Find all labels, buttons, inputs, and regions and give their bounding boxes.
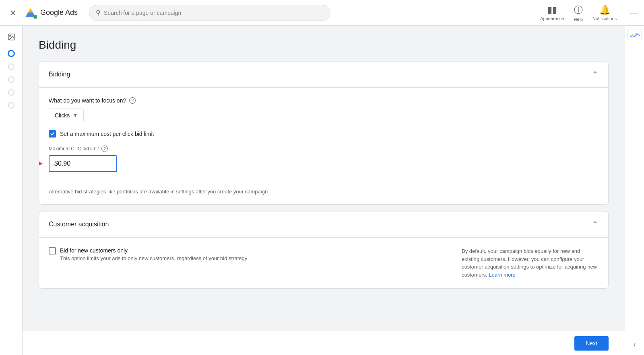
- max-cpc-checkbox-label: Set a maximum cost per click bid limit: [60, 131, 154, 137]
- arrow-svg: [39, 154, 43, 174]
- bidding-card-title: Bidding: [49, 71, 70, 78]
- sidebar-step-5[interactable]: [8, 102, 14, 109]
- bidding-card-body: What do you want to focus on? ? Clicks ▼…: [39, 88, 608, 204]
- clicks-label: Clicks: [55, 112, 70, 119]
- sidebar-step-2[interactable]: [8, 64, 14, 70]
- ca-main-label: Bid for new customers only: [60, 247, 247, 254]
- focus-question: What do you want to focus on? ?: [49, 97, 599, 104]
- notifications-label: Notifications: [592, 16, 617, 21]
- ca-card-header: Customer acquisition ⌃: [39, 211, 608, 238]
- bid-input-wrap[interactable]: [49, 155, 117, 172]
- help-label: Help: [574, 17, 583, 22]
- bid-help-icon[interactable]: ?: [101, 146, 108, 152]
- ca-card-title: Customer acquisition: [49, 221, 109, 228]
- right-chevron-icon[interactable]: ‹: [634, 340, 636, 349]
- search-input[interactable]: [104, 10, 324, 16]
- right-sidebar: ‹: [625, 26, 644, 355]
- svg-point-3: [9, 35, 10, 37]
- red-arrow: [39, 154, 43, 174]
- ca-checkbox[interactable]: [49, 247, 56, 254]
- thumbnail-preview[interactable]: [627, 29, 642, 40]
- learn-more-link[interactable]: Learn more: [489, 272, 515, 278]
- thumbnail-chart: [629, 31, 640, 39]
- sidebar-step-4[interactable]: [8, 89, 14, 96]
- max-cpc-checkbox-row: Set a maximum cost per click bid limit: [49, 130, 599, 137]
- bidding-card: Bidding ⌃ What do you want to focus on? …: [39, 61, 609, 205]
- topbar: ✕ Google Ads ⚲ ▮▮ Appearance ⓘ Help 🔔 No…: [0, 0, 644, 26]
- ca-sub-label: This option limits your ads to only new …: [60, 255, 247, 261]
- help-icon: ⓘ: [574, 4, 583, 16]
- page-title: Bidding: [39, 39, 609, 51]
- ca-checkbox-row: Bid for new customers only This option l…: [49, 247, 449, 261]
- ca-card-body: Bid for new customers only This option l…: [39, 238, 608, 288]
- ca-checkbox-text: Bid for new customers only This option l…: [60, 247, 247, 261]
- bid-input-container: [49, 155, 117, 172]
- next-button[interactable]: Next: [574, 336, 609, 351]
- appearance-button[interactable]: ▮▮ Appearance: [540, 5, 564, 21]
- bottom-bar: Next: [23, 331, 625, 355]
- logo-icon: [24, 6, 37, 19]
- bid-limit-label: Maximum CPC bid limit ?: [49, 146, 599, 152]
- search-bar[interactable]: ⚲: [89, 5, 330, 21]
- sidebar-icon-image[interactable]: [3, 29, 19, 45]
- sidebar-step-3[interactable]: [8, 76, 14, 83]
- notifications-icon: 🔔: [599, 5, 610, 15]
- main-content: Bidding Bidding ⌃ What do you want to fo…: [23, 26, 625, 355]
- sidebar: [0, 26, 23, 355]
- max-cpc-checkbox[interactable]: [49, 130, 56, 137]
- app-title: Google Ads: [40, 8, 78, 17]
- focus-help-icon[interactable]: ?: [129, 97, 136, 104]
- topbar-actions: ▮▮ Appearance ⓘ Help 🔔 Notifications —: [540, 4, 638, 22]
- ca-chevron-icon[interactable]: ⌃: [592, 220, 599, 229]
- appearance-icon: ▮▮: [547, 5, 557, 15]
- alternative-text: Alternative bid strategies like portfoli…: [49, 182, 599, 195]
- app-logo: Google Ads: [24, 6, 78, 19]
- customer-acquisition-card: Customer acquisition ⌃ Bid for new custo…: [39, 211, 609, 289]
- bidding-card-header: Bidding ⌃: [39, 62, 608, 88]
- ca-right-text: By default, your campaign bids equally f…: [462, 248, 597, 278]
- help-button[interactable]: ⓘ Help: [574, 4, 583, 22]
- minimize-button[interactable]: —: [630, 8, 638, 17]
- search-icon: ⚲: [96, 9, 101, 16]
- dropdown-arrow-icon: ▼: [73, 113, 78, 118]
- checkmark-icon: [50, 131, 55, 136]
- ca-left-section: Bid for new customers only This option l…: [49, 247, 449, 279]
- clicks-dropdown[interactable]: Clicks ▼: [49, 109, 84, 122]
- bidding-chevron-icon[interactable]: ⌃: [592, 70, 599, 79]
- svg-marker-5: [39, 156, 43, 172]
- notifications-button[interactable]: 🔔 Notifications: [592, 5, 617, 21]
- close-button[interactable]: ✕: [6, 6, 19, 19]
- bid-input[interactable]: [54, 160, 111, 167]
- ca-right-section: By default, your campaign bids equally f…: [462, 247, 599, 279]
- appearance-label: Appearance: [540, 16, 564, 21]
- sidebar-step-1[interactable]: [8, 50, 15, 57]
